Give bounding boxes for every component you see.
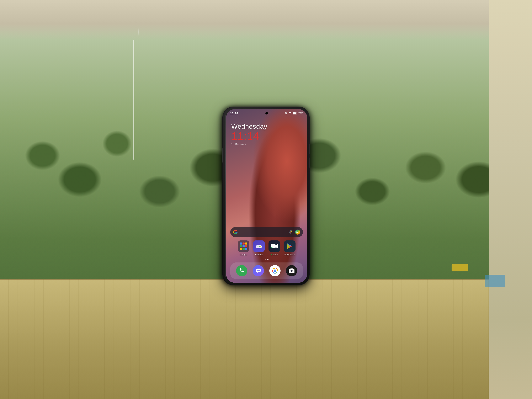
svg-point-11 xyxy=(291,232,291,233)
app-item-games[interactable]: Games xyxy=(253,241,265,256)
svg-rect-15 xyxy=(256,245,262,248)
day-name: Wednesday xyxy=(231,123,267,130)
svg-rect-17 xyxy=(258,246,258,247)
volume-up-button[interactable] xyxy=(310,144,310,154)
games-app-label: Games xyxy=(255,253,262,256)
meet-app-icon xyxy=(268,241,280,252)
svg-point-9 xyxy=(290,231,290,232)
svg-point-12 xyxy=(291,231,292,232)
dock-messages-icon[interactable] xyxy=(253,265,264,276)
app-item-meet[interactable]: ● Meet xyxy=(268,241,280,256)
svg-point-26 xyxy=(257,270,258,271)
window-frame-top xyxy=(0,0,532,40)
yellow-car xyxy=(452,264,468,271)
mute-icon xyxy=(285,112,287,115)
svg-point-27 xyxy=(258,270,259,271)
datetime-widget: Wednesday 11:14 13 December xyxy=(231,123,267,146)
meet-svg xyxy=(271,243,278,249)
pool-area xyxy=(485,275,505,287)
google-dots-grid xyxy=(240,242,247,250)
white-structure xyxy=(133,40,134,160)
svg-line-14 xyxy=(298,232,299,233)
svg-rect-5 xyxy=(293,112,296,114)
gamepad-svg xyxy=(256,243,262,249)
google-app-label: Google xyxy=(240,253,247,256)
wifi-icon xyxy=(288,112,292,114)
google-app-icon xyxy=(238,241,249,252)
svg-point-18 xyxy=(260,246,260,246)
battery-icon xyxy=(293,112,297,114)
status-bar: 11:14 xyxy=(226,109,307,117)
svg-point-21 xyxy=(260,247,260,247)
phone-device: 11:14 xyxy=(222,107,310,285)
date-display: 13 December xyxy=(231,143,267,146)
phone-screen: 11:14 xyxy=(226,109,307,283)
svg-rect-4 xyxy=(297,113,297,114)
battery-text: 72% xyxy=(298,112,303,114)
svg-point-10 xyxy=(290,232,291,233)
svg-point-28 xyxy=(259,270,260,271)
svg-point-20 xyxy=(259,246,260,247)
table-surface xyxy=(0,279,532,399)
playstore-app-label: Play Store xyxy=(285,253,295,256)
svg-point-33 xyxy=(274,270,276,271)
page-dot-2 xyxy=(267,259,268,260)
games-app-icon xyxy=(253,241,265,252)
app-item-playstore[interactable]: Play Store xyxy=(284,241,296,256)
mic-icon[interactable] xyxy=(288,230,293,234)
power-button[interactable] xyxy=(222,148,222,163)
messages-svg xyxy=(255,268,261,274)
dock-camera-icon[interactable] xyxy=(286,265,297,276)
google-logo xyxy=(233,230,238,234)
google-search-bar[interactable] xyxy=(230,227,303,237)
dock-chrome-icon[interactable] xyxy=(269,265,280,276)
svg-point-2 xyxy=(290,114,290,114)
svg-point-24 xyxy=(272,247,272,248)
chrome-svg xyxy=(272,267,278,274)
app-grid: Google Ga xyxy=(226,241,307,256)
phone-dock xyxy=(230,262,303,279)
status-icons: 72% xyxy=(285,112,303,115)
phone-body: 11:14 xyxy=(222,107,310,285)
right-panel xyxy=(489,0,532,399)
page-indicator xyxy=(226,259,307,260)
volume-down-button[interactable] xyxy=(310,158,310,168)
table-grain xyxy=(0,279,532,399)
playstore-app-icon xyxy=(284,241,296,252)
camera-svg xyxy=(288,268,295,273)
meet-app-label: ● Meet xyxy=(271,253,278,256)
phone-call-svg xyxy=(239,268,245,274)
app-item-google[interactable]: Google xyxy=(238,241,249,256)
time-display: 11:14 xyxy=(231,130,267,142)
page-dot-1 xyxy=(265,259,266,260)
svg-point-19 xyxy=(260,246,261,247)
dock-phone-icon[interactable] xyxy=(236,265,247,276)
status-time: 11:14 xyxy=(230,112,238,115)
lens-icon[interactable] xyxy=(295,230,300,235)
playstore-svg xyxy=(286,243,293,250)
